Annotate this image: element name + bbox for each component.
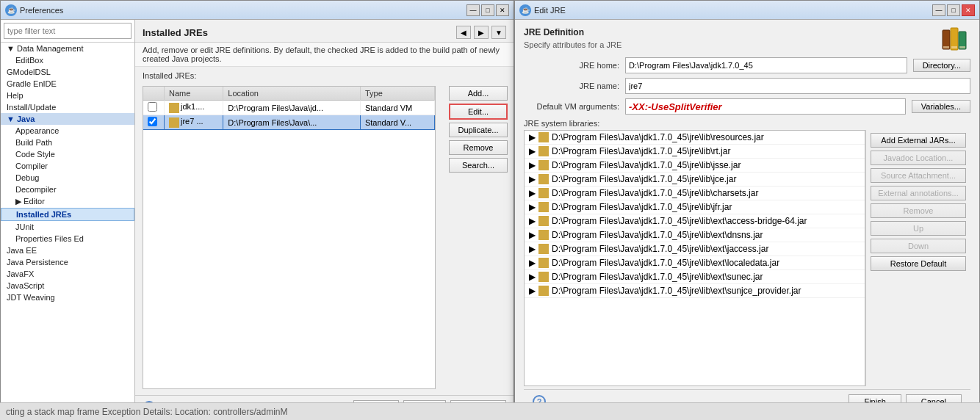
sidebar-item-editor[interactable]: ▶ Editor xyxy=(1,195,134,208)
list-item[interactable]: ▶ D:\Program Files\Java\jdk1.7.0_45\jre\… xyxy=(525,270,865,284)
search-input[interactable] xyxy=(4,23,131,39)
table-row[interactable]: jdk1.... D:\Program Files\Java\jd... Sta… xyxy=(143,101,435,115)
col-location[interactable]: Location xyxy=(223,87,361,101)
sidebar-item-java-persistence[interactable]: Java Persistence xyxy=(1,256,134,268)
sidebar-item-build-path[interactable]: Build Path xyxy=(1,137,134,148)
preferences-sidebar: ▼ Data Management EditBox GModelDSL Grad… xyxy=(1,20,135,419)
add-button[interactable]: Add... xyxy=(449,86,508,101)
source-attachment-button[interactable]: Source Attachment... xyxy=(871,168,966,183)
default-vm-label: Default VM arguments: xyxy=(524,102,619,111)
sidebar-item-javascript[interactable]: JavaScript xyxy=(1,280,134,292)
jre1-checkbox[interactable] xyxy=(148,102,157,112)
sidebar-item-editbox[interactable]: EditBox xyxy=(1,54,134,66)
preferences-close-button[interactable]: ✕ xyxy=(496,4,509,16)
lib-path: D:\Program Files\Java\jdk1.7.0_45\jre\li… xyxy=(552,202,732,212)
list-item[interactable]: ▶ D:\Program Files\Java\jdk1.7.0_45\jre\… xyxy=(525,256,865,270)
lib-path: D:\Program Files\Java\jdk1.7.0_45\jre\li… xyxy=(552,244,768,254)
sidebar-item-gradle-enide[interactable]: Gradle EnIDE xyxy=(1,78,134,90)
edit-jre-close-button[interactable]: ✕ xyxy=(962,4,975,16)
lib-path: D:\Program Files\Java\jdk1.7.0_45\jre\li… xyxy=(552,146,730,156)
sidebar-item-decompiler[interactable]: Decompiler xyxy=(1,184,134,195)
jre-icon xyxy=(169,103,179,113)
svg-rect-3 xyxy=(943,46,949,48)
jre2-checkbox[interactable] xyxy=(148,117,157,126)
jre-table-container: Name Location Type jdk1.... D:\Program F… xyxy=(143,86,436,389)
lib-path: D:\Program Files\Java\jdk1.7.0_45\jre\li… xyxy=(552,216,807,226)
jre-action-buttons: Add... Edit... Duplicate... Remove Searc… xyxy=(443,83,514,392)
list-item[interactable]: ▶ D:\Program Files\Java\jdk1.7.0_45\jre\… xyxy=(525,173,865,187)
col-type[interactable]: Type xyxy=(360,87,434,101)
search-container xyxy=(1,20,134,43)
nav-forward-button[interactable]: ▶ xyxy=(474,26,489,39)
list-item[interactable]: ▶ D:\Program Files\Java\jdk1.7.0_45\jre\… xyxy=(525,187,865,200)
preferences-maximize-button[interactable]: □ xyxy=(481,4,494,16)
default-vm-row: Default VM arguments: Variables... xyxy=(524,98,970,115)
list-item[interactable]: ▶ D:\Program Files\Java\jdk1.7.0_45\jre\… xyxy=(525,159,865,173)
list-item[interactable]: ▶ D:\Program Files\Java\jdk1.7.0_45\jre\… xyxy=(525,131,865,145)
jre-home-label: JRE home: xyxy=(524,61,619,70)
lib-path: D:\Program Files\Java\jdk1.7.0_45\jre\li… xyxy=(552,160,741,170)
col-checkbox xyxy=(143,87,165,101)
list-item[interactable]: ▶ D:\Program Files\Java\jdk1.7.0_45\jre\… xyxy=(525,242,865,256)
jre-libraries-list: ▶ D:\Program Files\Java\jdk1.7.0_45\jre\… xyxy=(525,131,865,385)
sidebar-item-properties-files[interactable]: Properties Files Ed xyxy=(1,233,134,245)
jre-system-libs-label: JRE system libraries: xyxy=(524,119,970,128)
table-row[interactable]: jre7 ... D:\Program Files\Java\... Stand… xyxy=(143,115,435,130)
lib-icon xyxy=(538,174,549,184)
sidebar-item-help[interactable]: Help xyxy=(1,90,134,101)
sidebar-item-junit[interactable]: JUnit xyxy=(1,221,134,233)
directory-button[interactable]: Directory... xyxy=(913,59,970,72)
variables-button[interactable]: Variables... xyxy=(912,100,970,113)
nav-back-button[interactable]: ◀ xyxy=(456,26,471,39)
restore-default-button[interactable]: Restore Default xyxy=(871,256,966,271)
down-button[interactable]: Down xyxy=(871,239,966,253)
duplicate-button[interactable]: Duplicate... xyxy=(449,123,508,137)
preferences-title: Preferences xyxy=(20,6,464,15)
list-item[interactable]: ▶ D:\Program Files\Java\jdk1.7.0_45\jre\… xyxy=(525,200,865,214)
default-vm-input[interactable] xyxy=(625,98,906,115)
sidebar-item-install-update[interactable]: Install/Update xyxy=(1,101,134,113)
nav-menu-button[interactable]: ▼ xyxy=(491,26,506,39)
list-item[interactable]: ▶ D:\Program Files\Java\jdk1.7.0_45\jre\… xyxy=(525,228,865,242)
remove-button[interactable]: Remove xyxy=(449,140,508,155)
up-button[interactable]: Up xyxy=(871,221,966,236)
jre-name-input[interactable] xyxy=(625,78,970,94)
jre-home-input[interactable] xyxy=(625,57,907,73)
libraries-section: ▶ D:\Program Files\Java\jdk1.7.0_45\jre\… xyxy=(524,130,970,386)
jre1-name: jdk1.... xyxy=(165,101,223,115)
jre1-location: D:\Program Files\Java\jd... xyxy=(223,101,361,115)
preferences-main: Installed JREs ◀ ▶ ▼ Add, remove or edit… xyxy=(135,20,514,419)
sidebar-item-data-management[interactable]: ▼ Data Management xyxy=(1,43,134,54)
add-external-jars-button[interactable]: Add External JARs... xyxy=(871,133,966,148)
list-item[interactable]: ▶ D:\Program Files\Java\jdk1.7.0_45\jre\… xyxy=(525,145,865,159)
sidebar-item-installed-jres[interactable]: Installed JREs xyxy=(1,208,134,221)
edit-button[interactable]: Edit... xyxy=(449,104,508,120)
nav-buttons: ◀ ▶ ▼ xyxy=(456,26,506,39)
books-icon-container xyxy=(940,24,970,57)
sidebar-item-code-style[interactable]: Code Style xyxy=(1,148,134,160)
search-button[interactable]: Search... xyxy=(449,158,508,173)
lib-path: D:\Program Files\Java\jdk1.7.0_45\jre\li… xyxy=(552,258,779,268)
sidebar-item-gmodeldsl[interactable]: GModelDSL xyxy=(1,66,134,78)
col-name[interactable]: Name xyxy=(165,87,223,101)
list-item[interactable]: ▶ D:\Program Files\Java\jdk1.7.0_45\jre\… xyxy=(525,214,865,228)
sidebar-item-java-ee[interactable]: Java EE xyxy=(1,245,134,256)
edit-jre-minimize-button[interactable]: — xyxy=(932,4,945,16)
sidebar-item-jdt-weaving[interactable]: JDT Weaving xyxy=(1,292,134,303)
jre-name-label: JRE name: xyxy=(524,82,619,90)
jre-remove-button[interactable]: Remove xyxy=(871,203,966,218)
sidebar-item-debug[interactable]: Debug xyxy=(1,172,134,184)
sidebar-item-java[interactable]: ▼ Java xyxy=(1,113,134,125)
edit-jre-titlebar: ☕ Edit JRE — □ ✕ xyxy=(515,1,979,20)
list-item[interactable]: ▶ D:\Program Files\Java\jdk1.7.0_45\jre\… xyxy=(525,284,865,298)
sidebar-item-javafx[interactable]: JavaFX xyxy=(1,268,134,280)
preferences-window-controls: — □ ✕ xyxy=(466,4,509,16)
preferences-minimize-button[interactable]: — xyxy=(466,4,480,16)
edit-jre-body: JRE Definition Specify attributes for a … xyxy=(515,20,979,418)
installed-jres-content: Name Location Type jdk1.... D:\Program F… xyxy=(135,83,514,392)
sidebar-item-compiler[interactable]: Compiler xyxy=(1,160,134,172)
javadoc-location-button[interactable]: Javadoc Location... xyxy=(871,151,966,165)
sidebar-item-appearance[interactable]: Appearance xyxy=(1,125,134,137)
external-annotations-button[interactable]: External annotations... xyxy=(871,186,966,200)
edit-jre-maximize-button[interactable]: □ xyxy=(947,4,960,16)
